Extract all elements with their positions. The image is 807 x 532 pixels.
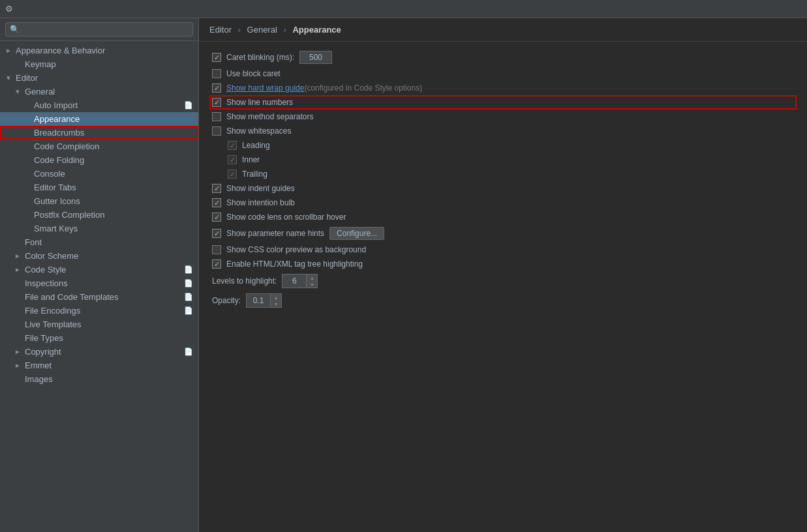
checkbox-show-hard-wrap[interactable] <box>212 83 221 93</box>
sidebar-label-code-style: Code Style <box>25 265 67 274</box>
sidebar-item-editor[interactable]: Editor <box>0 71 198 85</box>
spinbox-input-opacity[interactable] <box>247 295 270 306</box>
checkbox-caret-blinking[interactable] <box>212 53 221 62</box>
input-caret-blinking[interactable] <box>299 51 332 64</box>
content-panel: Editor › General › Appearance Caret blin… <box>199 18 807 532</box>
sidebar-item-appearance-behavior[interactable]: Appearance & Behavior <box>0 44 198 57</box>
spin-down-opacity[interactable]: ▼ <box>271 301 281 307</box>
sidebar-item-font[interactable]: Font <box>0 235 198 249</box>
checkbox-show-method-separators[interactable] <box>212 112 221 121</box>
sidebar-item-postfix-completion[interactable]: Postfix Completion <box>0 208 198 222</box>
sidebar-item-code-style[interactable]: Code Style📄 <box>0 263 198 276</box>
sidebar-item-inspections[interactable]: Inspections📄 <box>0 276 198 290</box>
setting-row-trailing: Trailing <box>212 170 794 179</box>
checkbox-trailing[interactable] <box>228 170 237 179</box>
sidebar-item-images[interactable]: Images <box>0 372 198 386</box>
label-show-intention-bulb: Show intention bulb <box>226 198 295 207</box>
setting-row-leading: Leading <box>212 141 794 150</box>
checkbox-inner[interactable] <box>228 155 237 164</box>
spin-up-levels-highlight[interactable]: ▲ <box>307 274 317 281</box>
checkbox-show-code-lens[interactable] <box>212 213 221 222</box>
settings-tree: Appearance & BehaviorKeymapEditorGeneral… <box>0 41 198 532</box>
sidebar-item-emmet[interactable]: Emmet <box>0 359 198 372</box>
setting-row-enable-html-xml: Enable HTML/XML tag tree highlighting <box>212 259 794 269</box>
triangle-general <box>14 88 22 96</box>
spinbox-opacity[interactable]: ▲▼ <box>246 293 282 308</box>
sidebar-item-auto-import[interactable]: Auto Import📄 <box>0 98 198 112</box>
setting-row-show-code-lens: Show code lens on scrollbar hover <box>212 213 794 222</box>
sidebar-item-code-folding[interactable]: Code Folding <box>0 153 198 167</box>
breadcrumb-sep-1: › <box>238 25 241 35</box>
triangle-file-encodings <box>14 307 22 315</box>
setting-row-inner: Inner <box>212 155 794 164</box>
triangle-font <box>14 239 22 246</box>
label-leading: Leading <box>242 141 270 150</box>
checkbox-show-css-preview[interactable] <box>212 245 221 254</box>
search-icon: 🔍 <box>10 25 20 34</box>
label-levels-highlight: Levels to highlight: <box>212 276 277 286</box>
sidebar-item-breadcrumbs[interactable]: Breadcrumbs <box>0 126 198 140</box>
sidebar-item-keymap[interactable]: Keymap <box>0 57 198 71</box>
checkbox-show-line-numbers[interactable] <box>212 98 221 107</box>
sidebar-label-emmet: Emmet <box>25 361 52 370</box>
checkbox-show-whitespaces[interactable] <box>212 126 221 136</box>
sidebar-item-console[interactable]: Console <box>0 167 198 181</box>
label-show-param-hints: Show parameter name hints <box>226 229 324 238</box>
triangle-images <box>14 376 22 383</box>
triangle-file-code-templates <box>14 293 22 301</box>
sidebar-item-color-scheme[interactable]: Color Scheme <box>0 249 198 263</box>
triangle-editor-tabs <box>23 184 31 192</box>
checkbox-use-block-caret[interactable] <box>212 69 221 78</box>
checkbox-show-indent-guides[interactable] <box>212 184 221 193</box>
checkbox-leading[interactable] <box>228 141 237 150</box>
checkbox-show-param-hints[interactable] <box>212 229 221 238</box>
configure-btn-show-param-hints[interactable]: Configure... <box>329 227 384 240</box>
sidebar-item-file-types[interactable]: File Types <box>0 331 198 345</box>
setting-row-levels-highlight: Levels to highlight:▲▼ <box>212 274 794 288</box>
sidebar-item-general[interactable]: General <box>0 85 198 98</box>
setting-row-use-block-caret: Use block caret <box>212 69 794 78</box>
sidebar-item-file-code-templates[interactable]: File and Code Templates📄 <box>0 290 198 304</box>
spinbox-levels-highlight[interactable]: ▲▼ <box>282 274 318 288</box>
search-input[interactable] <box>22 25 189 34</box>
sidebar-label-auto-import: Auto Import <box>34 100 78 110</box>
triangle-code-style <box>14 266 22 274</box>
search-bar: 🔍 <box>0 18 198 41</box>
badge-auto-import: 📄 <box>184 101 193 110</box>
triangle-appearance-behavior <box>5 47 13 55</box>
sidebar-item-code-completion[interactable]: Code Completion <box>0 140 198 153</box>
triangle-auto-import <box>23 102 31 110</box>
sidebar-item-smart-keys[interactable]: Smart Keys <box>0 222 198 235</box>
breadcrumb-general: General <box>247 25 277 35</box>
checkbox-show-intention-bulb[interactable] <box>212 198 221 207</box>
badge-code-style: 📄 <box>184 265 193 274</box>
setting-row-show-css-preview: Show CSS color preview as background <box>212 245 794 254</box>
sidebar-item-copyright[interactable]: Copyright📄 <box>0 345 198 359</box>
triangle-color-scheme <box>14 252 22 260</box>
sidebar-item-appearance[interactable]: Appearance <box>0 112 198 126</box>
spinbox-input-levels-highlight[interactable] <box>282 275 306 287</box>
sidebar-label-color-scheme: Color Scheme <box>25 251 78 261</box>
link-show-hard-wrap[interactable]: Show hard wrap guide <box>226 83 304 93</box>
sidebar-label-smart-keys: Smart Keys <box>34 224 78 233</box>
sidebar-item-file-encodings[interactable]: File Encodings📄 <box>0 304 198 318</box>
sidebar-label-appearance-behavior: Appearance & Behavior <box>16 46 105 55</box>
sidebar-item-gutter-icons[interactable]: Gutter Icons <box>0 194 198 208</box>
spin-down-levels-highlight[interactable]: ▼ <box>307 281 317 288</box>
sidebar-item-editor-tabs[interactable]: Editor Tabs <box>0 181 198 194</box>
search-container[interactable]: 🔍 <box>5 22 193 37</box>
setting-row-show-method-separators: Show method separators <box>212 112 794 121</box>
triangle-console <box>23 170 31 178</box>
triangle-smart-keys <box>23 225 31 233</box>
badge-file-code-templates: 📄 <box>184 293 193 301</box>
label-inner: Inner <box>242 155 260 164</box>
sidebar-label-keymap: Keymap <box>25 59 56 69</box>
checkbox-enable-html-xml[interactable] <box>212 259 221 269</box>
label-enable-html-xml: Enable HTML/XML tag tree highlighting <box>226 259 363 269</box>
sidebar-item-live-templates[interactable]: Live Templates <box>0 318 198 331</box>
spin-up-opacity[interactable]: ▲ <box>271 294 281 301</box>
triangle-file-types <box>14 334 22 342</box>
triangle-inspections <box>14 280 22 288</box>
triangle-code-completion <box>23 143 31 151</box>
triangle-keymap <box>14 61 22 68</box>
